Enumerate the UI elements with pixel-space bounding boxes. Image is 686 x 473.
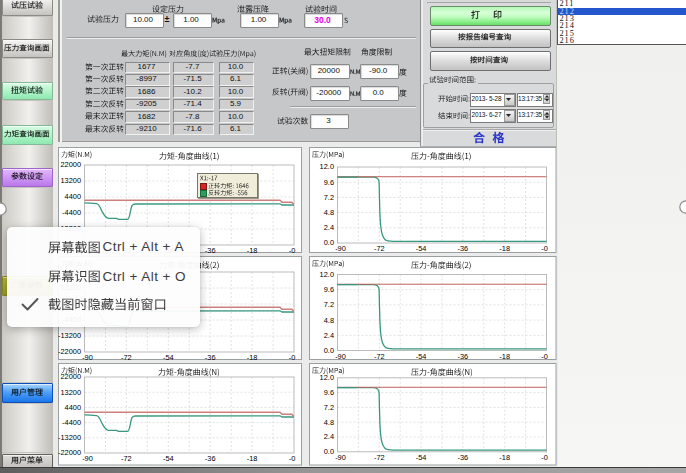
svg-text:-54: -54 — [162, 454, 173, 463]
svg-text:-54: -54 — [415, 352, 426, 361]
svg-text:-72: -72 — [373, 352, 384, 361]
svg-text:-18: -18 — [246, 353, 257, 362]
svg-text:-54: -54 — [162, 353, 173, 362]
svg-text:9.6: 9.6 — [323, 285, 333, 294]
svg-text:-72: -72 — [121, 353, 132, 362]
svg-text:2.4: 2.4 — [323, 432, 333, 441]
svg-text:-36: -36 — [204, 454, 215, 463]
svg-text:9.6: 9.6 — [323, 178, 333, 187]
svg-text:-54: -54 — [415, 244, 426, 253]
svg-text:-54: -54 — [415, 453, 426, 462]
svg-text:4.8: 4.8 — [323, 418, 333, 427]
svg-text:-36: -36 — [457, 453, 468, 462]
svg-text:7.2: 7.2 — [323, 193, 333, 202]
svg-text:-90: -90 — [335, 352, 346, 361]
svg-text:-18: -18 — [499, 352, 510, 361]
svg-text:-18: -18 — [499, 244, 510, 253]
svg-text:-13200: -13200 — [57, 331, 80, 340]
svg-text:-0: -0 — [541, 244, 548, 253]
svg-text:-36: -36 — [457, 352, 468, 361]
svg-text:-22000: -22000 — [57, 448, 80, 457]
svg-text:-36: -36 — [204, 353, 215, 362]
svg-text:-18: -18 — [499, 453, 510, 462]
svg-text:-0: -0 — [541, 453, 548, 462]
svg-text:-13200: -13200 — [57, 433, 80, 442]
svg-text:-72: -72 — [121, 454, 132, 463]
svg-text:0.0: 0.0 — [323, 447, 333, 456]
svg-text:0.0: 0.0 — [323, 346, 333, 355]
svg-text:-0: -0 — [288, 454, 295, 463]
svg-text:2.4: 2.4 — [323, 331, 333, 340]
svg-text:-22000: -22000 — [57, 347, 80, 356]
svg-text:-90: -90 — [335, 453, 346, 462]
svg-text:4400: 4400 — [64, 192, 80, 201]
svg-text:-18: -18 — [246, 454, 257, 463]
svg-text:-0: -0 — [541, 352, 548, 361]
svg-text:22000: 22000 — [60, 160, 81, 169]
svg-text:2.4: 2.4 — [323, 223, 333, 232]
svg-text:7.2: 7.2 — [323, 403, 333, 412]
svg-text:-0: -0 — [288, 353, 295, 362]
svg-text:4.8: 4.8 — [323, 208, 333, 217]
svg-text:7.2: 7.2 — [323, 300, 333, 309]
svg-text:13200: 13200 — [60, 388, 81, 397]
svg-text:-36: -36 — [457, 244, 468, 253]
svg-text:4400: 4400 — [64, 403, 80, 412]
svg-text:-90: -90 — [82, 353, 93, 362]
svg-text:13200: 13200 — [60, 176, 81, 185]
svg-text:-90: -90 — [82, 454, 93, 463]
svg-text:4.8: 4.8 — [323, 316, 333, 325]
svg-text:-72: -72 — [373, 453, 384, 462]
svg-text:12.0: 12.0 — [319, 373, 333, 382]
svg-text:12.0: 12.0 — [319, 162, 333, 171]
svg-text:-4400: -4400 — [62, 418, 81, 427]
svg-text:-4400: -4400 — [62, 208, 81, 217]
svg-text:9.6: 9.6 — [323, 388, 333, 397]
